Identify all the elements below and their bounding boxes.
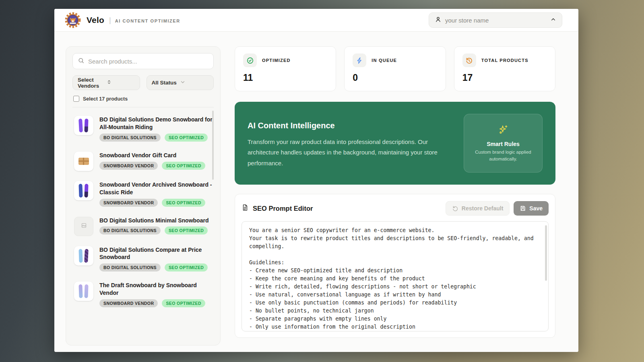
save-label: Save (529, 205, 543, 212)
product-list: BO Digital Solutions Demo Snowboard for … (72, 107, 214, 332)
product-title: BO Digital Solutions Demo Snowboard for … (99, 116, 213, 131)
stats-row: OPTIMIZED 11 IN QUEUE 0 (235, 46, 555, 91)
check-circle-icon (243, 53, 257, 67)
status-badge: SEO OPTIMIZED (165, 134, 208, 142)
search-input[interactable] (88, 58, 208, 65)
vendor-badge: SNOWBOARD VENDOR (99, 299, 158, 307)
document-icon (242, 204, 249, 213)
ai-content-banner: AI Content Intelligence Transform your r… (235, 102, 555, 185)
vendor-filter-select[interactable]: Select Vendors (72, 75, 140, 90)
chevron-updown-icon (106, 79, 135, 86)
status-badge: SEO OPTIMIZED (165, 226, 208, 234)
product-row[interactable]: BO Digital Solutions Demo Snowboard for … (72, 110, 214, 146)
stat-value: 11 (243, 72, 328, 83)
lightning-icon (353, 53, 366, 67)
product-thumbnail-snowboards (74, 246, 93, 265)
content-area: Select Vendors All Status Select 17 prod… (54, 32, 578, 352)
status-badge: SEO OPTIMIZED (165, 263, 208, 272)
clock-history-icon (462, 53, 476, 67)
restore-default-button[interactable]: Restore Default (446, 201, 510, 216)
stat-value: 0 (353, 72, 437, 83)
vendor-badge: BO DIGITAL SOLUTIONS (99, 263, 161, 272)
seo-prompt-editor: SEO Prompt Editor Restore Default Save Y (235, 194, 555, 338)
save-icon (520, 205, 526, 212)
product-title: The Draft Snowboard by Snowboard Vendor (99, 282, 213, 297)
smart-rules-card: Smart Rules Custom brand logic applied a… (464, 114, 543, 173)
prompt-editor-field: You are a senior SEO copywriter for an e… (242, 221, 549, 331)
editor-scrollbar[interactable] (545, 225, 547, 281)
product-thumbnail-giftcard (74, 152, 93, 171)
product-title: Snowboard Vendor Archived Snowboard - Cl… (99, 181, 213, 196)
editor-title: SEO Prompt Editor (253, 205, 313, 212)
stat-label: TOTAL PRODUCTS (481, 58, 528, 63)
product-sidebar: Select Vendors All Status Select 17 prod… (66, 46, 221, 346)
store-selector[interactable]: your store name (429, 12, 562, 28)
stat-value: 17 (462, 72, 547, 83)
brand-subtitle: AI CONTENT OPTIMIZER (115, 17, 180, 23)
product-search (72, 53, 214, 69)
stat-card-in-queue: IN QUEUE 0 (344, 46, 446, 91)
stat-label: OPTIMIZED (262, 58, 291, 63)
search-icon (78, 57, 85, 66)
status-filter-label: All Status (152, 80, 180, 86)
user-icon (435, 16, 442, 25)
product-title: BO Digital Solutions Compare at Price Sn… (99, 246, 213, 261)
stat-label: IN QUEUE (372, 58, 397, 63)
save-button[interactable]: Save (514, 201, 549, 216)
chevron-up-icon (550, 16, 556, 24)
image-placeholder-icon (81, 222, 87, 230)
select-all-checkbox[interactable] (73, 96, 79, 102)
vendor-badge: SNOWBOARD VENDOR (99, 199, 158, 207)
product-row[interactable]: BO Digital Solutions Compare at Price Sn… (72, 240, 214, 276)
vendor-badge: BO DIGITAL SOLUTIONS (99, 226, 161, 234)
list-scrollbar[interactable] (212, 111, 214, 180)
brand-divider: | (109, 16, 111, 25)
select-all-label: Select 17 products (83, 96, 128, 102)
feature-description: Custom brand logic applied automatically… (472, 149, 534, 162)
vendor-badge: SNOWBOARD VENDOR (99, 162, 158, 170)
brand-name: Velo (87, 15, 104, 25)
status-badge: SEO OPTIMIZED (162, 299, 205, 307)
product-thumbnail-snowboards (74, 116, 93, 135)
banner-description: Transform your raw product data into pro… (248, 137, 451, 169)
store-name-label: your store name (445, 17, 550, 24)
product-row[interactable]: Snowboard Vendor Archived Snowboard - Cl… (72, 175, 214, 211)
feature-title: Smart Rules (487, 141, 520, 147)
banner-title: AI Content Intelligence (248, 121, 464, 130)
product-row[interactable]: The Draft Snowboard by Snowboard Vendor … (72, 276, 214, 311)
product-row[interactable]: Snowboard Vendor Gift Card SNOWBOARD VEN… (72, 146, 214, 175)
status-badge: SEO OPTIMIZED (162, 199, 205, 207)
sparkles-icon (497, 124, 509, 137)
product-row[interactable]: BO Digital Solutions Minimal Snowboard B… (72, 211, 214, 240)
product-title: Snowboard Vendor Gift Card (99, 152, 213, 159)
product-thumbnail-placeholder (74, 217, 93, 236)
vendor-badge: BO DIGITAL SOLUTIONS (99, 134, 161, 142)
product-thumbnail-snowboards (74, 181, 93, 200)
app-header: Velo | AI CONTENT OPTIMIZER your store n… (54, 9, 578, 32)
status-filter-select[interactable]: All Status (147, 75, 214, 90)
vendor-filter-label: Select Vendors (78, 77, 106, 89)
chevron-down-icon (180, 79, 208, 86)
prompt-textarea[interactable]: You are a senior SEO copywriter for an e… (242, 222, 548, 331)
velo-logo-icon (65, 12, 81, 28)
status-badge: SEO OPTIMIZED (162, 162, 205, 170)
stat-card-total-products: TOTAL PRODUCTS 17 (454, 46, 555, 91)
product-thumbnail-snowboards (74, 282, 93, 301)
restore-icon (452, 205, 458, 212)
app-window: Velo | AI CONTENT OPTIMIZER your store n… (54, 9, 578, 352)
main-panel: OPTIMIZED 11 IN QUEUE 0 (235, 46, 555, 338)
restore-default-label: Restore Default (462, 205, 503, 212)
stat-card-optimized: OPTIMIZED 11 (235, 46, 336, 91)
product-title: BO Digital Solutions Minimal Snowboard (99, 217, 213, 224)
